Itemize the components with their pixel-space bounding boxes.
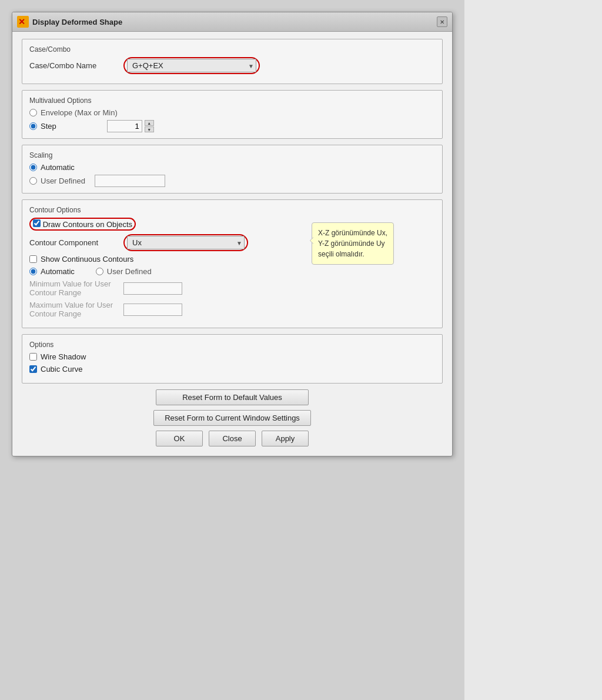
reset-buttons-row: Reset Form to Default Values bbox=[22, 389, 443, 405]
contour-component-dropdown-wrapper: Ux Uy Uz Resultant ▼ bbox=[127, 236, 245, 249]
step-spinner: ▲ ▼ bbox=[107, 120, 154, 132]
wire-shadow-label: Wire Shadow bbox=[41, 352, 86, 361]
case-combo-label: Case/Combo bbox=[29, 45, 435, 54]
automatic-row: Automatic bbox=[29, 163, 435, 172]
contour-component-dropdown[interactable]: Ux Uy Uz Resultant bbox=[127, 236, 245, 249]
dialog-titlebar: ✕ Display Deformed Shape ✕ bbox=[12, 12, 452, 32]
multivalued-label: Multivalued Options bbox=[29, 96, 435, 105]
draw-contours-label: Draw Contours on Objects bbox=[43, 220, 132, 229]
svg-text:✕: ✕ bbox=[18, 17, 25, 26]
contour-automatic-radio[interactable] bbox=[29, 268, 37, 275]
close-button-bottom[interactable]: Close bbox=[209, 431, 256, 446]
wire-shadow-checkbox[interactable] bbox=[29, 353, 37, 361]
step-row: Step ▲ ▼ bbox=[29, 120, 435, 132]
min-value-input[interactable] bbox=[123, 282, 182, 295]
step-input[interactable] bbox=[107, 120, 142, 132]
apply-button[interactable]: Apply bbox=[262, 431, 309, 446]
max-value-input[interactable] bbox=[123, 304, 182, 316]
contour-component-dropdown-highlight: Ux Uy Uz Resultant ▼ bbox=[123, 234, 248, 251]
step-up-button[interactable]: ▲ bbox=[145, 120, 154, 126]
app-icon: ✕ bbox=[17, 16, 29, 28]
tooltip-text: X-Z görünümünde Ux,Y-Z görünümünde Uyseç… bbox=[318, 229, 387, 258]
cubic-curve-checkbox[interactable] bbox=[29, 365, 37, 373]
contour-component-label: Contour Component bbox=[29, 238, 123, 247]
case-combo-dropdown[interactable]: G+Q+EX G+Q+EY G+Q G Q bbox=[127, 59, 256, 72]
cubic-curve-label: Cubic Curve bbox=[41, 365, 83, 374]
contour-user-defined-radio[interactable] bbox=[96, 268, 103, 275]
right-panel bbox=[464, 0, 602, 700]
min-value-row: Minimum Value for User Contour Range bbox=[29, 279, 435, 297]
close-button[interactable]: ✕ bbox=[437, 16, 447, 27]
display-deformed-shape-dialog: ✕ Display Deformed Shape ✕ Case/Combo Ca… bbox=[12, 12, 453, 456]
envelope-row: Envelope (Max or Min) bbox=[29, 108, 435, 117]
options-section: Options Wire Shadow Cubic Curve bbox=[22, 334, 443, 384]
reset-current-row: Reset Form to Current Window Settings bbox=[22, 410, 443, 426]
draw-contours-checkbox[interactable] bbox=[33, 219, 41, 227]
user-defined-scaling-label: User Defined bbox=[41, 176, 85, 185]
dialog-title: Display Deformed Shape bbox=[32, 18, 122, 26]
contour-automatic-label: Automatic bbox=[41, 267, 75, 276]
action-buttons-row: OK Close Apply bbox=[22, 431, 443, 446]
step-radio[interactable] bbox=[29, 122, 37, 130]
step-down-button[interactable]: ▼ bbox=[145, 126, 154, 132]
scaling-radio-group: Automatic User Defined bbox=[29, 163, 435, 187]
contour-user-defined-label: User Defined bbox=[107, 267, 152, 276]
reset-current-button[interactable]: Reset Form to Current Window Settings bbox=[153, 410, 311, 426]
scaling-label: Scaling bbox=[29, 151, 435, 159]
contour-range-radio-row: Automatic User Defined bbox=[29, 267, 435, 276]
case-combo-dropdown-wrapper: G+Q+EX G+Q+EY G+Q G Q ▼ bbox=[127, 59, 256, 72]
case-combo-name-label: Case/Combo Name bbox=[29, 61, 123, 70]
ok-button[interactable]: OK bbox=[156, 431, 203, 446]
max-value-row: Maximum Value for User Contour Range bbox=[29, 301, 435, 318]
automatic-label: Automatic bbox=[41, 163, 75, 172]
reset-default-button[interactable]: Reset Form to Default Values bbox=[156, 389, 309, 405]
envelope-radio[interactable] bbox=[29, 109, 37, 116]
min-value-label: Minimum Value for User Contour Range bbox=[29, 279, 123, 297]
case-combo-section: Case/Combo Case/Combo Name G+Q+EX G+Q+EY… bbox=[22, 39, 443, 84]
case-combo-row: Case/Combo Name G+Q+EX G+Q+EY G+Q G Q ▼ bbox=[29, 57, 435, 74]
case-combo-dropdown-highlight: G+Q+EX G+Q+EY G+Q G Q ▼ bbox=[123, 57, 260, 74]
user-defined-scaling-radio[interactable] bbox=[29, 177, 37, 185]
wire-shadow-row: Wire Shadow bbox=[29, 352, 435, 361]
contour-options-label: Contour Options bbox=[29, 206, 435, 214]
dialog-title-left: ✕ Display Deformed Shape bbox=[17, 16, 122, 28]
multivalued-radio-group: Envelope (Max or Min) Step ▲ ▼ bbox=[29, 108, 435, 132]
show-continuous-checkbox[interactable] bbox=[29, 255, 37, 263]
options-label: Options bbox=[29, 341, 435, 349]
step-spinner-buttons: ▲ ▼ bbox=[145, 120, 154, 132]
draw-contours-highlight: Draw Contours on Objects bbox=[29, 218, 136, 231]
show-continuous-label: Show Continuous Contours bbox=[41, 255, 133, 264]
step-label: Step bbox=[41, 122, 56, 131]
dialog-body: Case/Combo Case/Combo Name G+Q+EX G+Q+EY… bbox=[12, 32, 452, 456]
scaling-section: Scaling Automatic User Defined bbox=[22, 145, 443, 194]
tooltip-callout: X-Z görünümünde Ux,Y-Z görünümünde Uyseç… bbox=[312, 222, 394, 265]
envelope-label: Envelope (Max or Min) bbox=[41, 108, 118, 117]
max-value-label: Maximum Value for User Contour Range bbox=[29, 301, 123, 318]
contour-component-row: Contour Component Ux Uy Uz Resultant ▼ bbox=[29, 234, 435, 251]
automatic-radio[interactable] bbox=[29, 164, 37, 171]
cubic-curve-row: Cubic Curve bbox=[29, 365, 435, 374]
multivalued-section: Multivalued Options Envelope (Max or Min… bbox=[22, 90, 443, 139]
user-defined-scaling-row: User Defined bbox=[29, 175, 435, 187]
user-defined-scaling-input[interactable] bbox=[95, 175, 165, 187]
contour-options-section: Contour Options Draw Contours on Objects… bbox=[22, 199, 443, 328]
